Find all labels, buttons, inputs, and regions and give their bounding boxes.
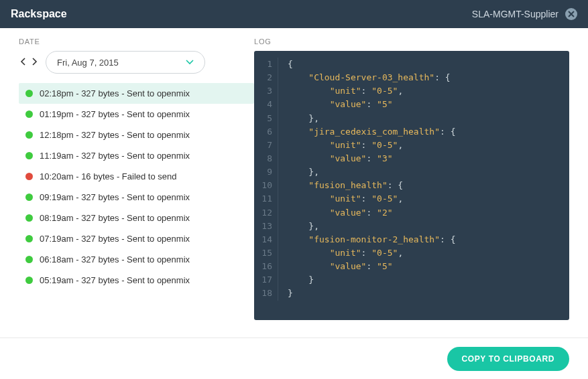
code-content: "unit": "0-5", [278, 246, 403, 260]
log-column-label: LOG [254, 37, 569, 46]
code-line: 6 "jira_cedexis_com_health": { [254, 125, 569, 139]
code-content: { [278, 58, 293, 71]
status-ok-icon [25, 256, 33, 263]
code-content: } [278, 273, 314, 287]
line-number: 4 [254, 98, 278, 111]
code-line: 9 }, [254, 165, 569, 179]
copy-to-clipboard-button[interactable]: COPY TO CLIPBOARD [447, 347, 569, 371]
status-ok-icon [25, 110, 33, 118]
log-item-text: 02:18pm - 327 bytes - Sent to openmix [40, 88, 190, 98]
context-label: SLA-MGMT-Supplier [472, 9, 558, 19]
page-title: Rackspace [11, 8, 67, 20]
code-line: 16 "value": "5" [254, 260, 569, 273]
status-ok-icon [25, 214, 33, 222]
list-item[interactable]: 05:19am - 327 bytes - Sent to openmix [19, 270, 254, 291]
status-ok-icon [25, 131, 33, 139]
log-item-text: 06:18am - 327 bytes - Sent to openmix [40, 254, 190, 264]
status-ok-icon [25, 194, 33, 201]
log-item-text: 09:19am - 327 bytes - Sent to openmix [40, 192, 190, 202]
line-number: 3 [254, 84, 278, 98]
code-content: "fusion-monitor-2_health": { [278, 233, 455, 246]
code-content: "value": "5" [278, 260, 393, 273]
list-item[interactable]: 11:19am - 327 bytes - Sent to openmix [19, 145, 254, 166]
status-ok-icon [25, 152, 33, 159]
code-content: "unit": "0-5", [278, 192, 403, 206]
date-column-label: DATE [19, 37, 254, 46]
code-content: "value": "5" [278, 98, 393, 111]
log-list: 02:18pm - 327 bytes - Sent to openmix01:… [19, 83, 254, 291]
date-nav-arrows [19, 56, 39, 70]
log-item-text: 01:19pm - 327 bytes - Sent to openmix [40, 109, 190, 119]
code-line: 17 } [254, 273, 569, 287]
line-number: 6 [254, 125, 278, 139]
list-item[interactable]: 08:19am - 327 bytes - Sent to openmix [19, 208, 254, 228]
line-number: 12 [254, 206, 278, 220]
line-number: 10 [254, 179, 278, 192]
log-item-text: 10:20am - 16 bytes - Failed to send [40, 171, 177, 181]
code-content: }, [278, 220, 319, 233]
chevron-down-icon [186, 58, 194, 67]
selected-date: Fri, Aug 7, 2015 [57, 58, 119, 68]
code-content: "fusion_health": { [278, 179, 403, 192]
log-item-text: 08:19am - 327 bytes - Sent to openmix [40, 213, 190, 223]
code-line: 10 "fusion_health": { [254, 179, 569, 192]
code-line: 7 "unit": "0-5", [254, 139, 569, 152]
code-line: 5 }, [254, 112, 569, 125]
code-content: "Cloud-Server-03_health": { [278, 71, 451, 84]
code-line: 14 "fusion-monitor-2_health": { [254, 233, 569, 246]
code-line: 1{ [254, 58, 569, 71]
code-content: "unit": "0-5", [278, 84, 403, 98]
list-item[interactable]: 06:18am - 327 bytes - Sent to openmix [19, 249, 254, 270]
line-number: 5 [254, 112, 278, 125]
code-line: 12 "value": "2" [254, 206, 569, 220]
line-number: 18 [254, 287, 278, 300]
line-number: 8 [254, 152, 278, 165]
list-item[interactable]: 07:19am - 327 bytes - Sent to openmix [19, 228, 254, 249]
line-number: 2 [254, 71, 278, 84]
code-line: 11 "unit": "0-5", [254, 192, 569, 206]
code-line: 18} [254, 287, 569, 300]
code-content: }, [278, 112, 319, 125]
code-line: 15 "unit": "0-5", [254, 246, 569, 260]
line-number: 9 [254, 165, 278, 179]
code-content: "jira_cedexis_com_health": { [278, 125, 455, 139]
code-line: 13 }, [254, 220, 569, 233]
log-item-text: 12:18pm - 327 bytes - Sent to openmix [40, 130, 190, 140]
date-navigator: Fri, Aug 7, 2015 [19, 51, 254, 74]
status-ok-icon [25, 235, 33, 242]
list-item[interactable]: 01:19pm - 327 bytes - Sent to openmix [19, 104, 254, 125]
next-date-icon[interactable] [30, 56, 39, 70]
code-line: 8 "value": "3" [254, 152, 569, 165]
line-number: 16 [254, 260, 278, 273]
line-number: 13 [254, 220, 278, 233]
line-number: 7 [254, 139, 278, 152]
line-number: 11 [254, 192, 278, 206]
list-item[interactable]: 09:19am - 327 bytes - Sent to openmix [19, 187, 254, 208]
line-number: 15 [254, 246, 278, 260]
code-content: } [278, 287, 293, 300]
code-line: 2 "Cloud-Server-03_health": { [254, 71, 569, 84]
column-labels: DATE LOG [0, 28, 588, 51]
header-right: SLA-MGMT-Supplier [472, 8, 577, 20]
list-item[interactable]: 02:18pm - 327 bytes - Sent to openmix [19, 83, 254, 104]
code-content: "unit": "0-5", [278, 139, 403, 152]
list-item[interactable]: 10:20am - 16 bytes - Failed to send [19, 166, 254, 187]
left-column: Fri, Aug 7, 2015 02:18pm - 327 bytes - S… [19, 51, 254, 320]
line-number: 14 [254, 233, 278, 246]
line-number: 1 [254, 58, 278, 71]
main-content: Fri, Aug 7, 2015 02:18pm - 327 bytes - S… [0, 51, 588, 320]
code-content: "value": "3" [278, 152, 393, 165]
status-fail-icon [25, 173, 33, 180]
footer: COPY TO CLIPBOARD [0, 337, 588, 379]
code-pane[interactable]: 1{2 "Cloud-Server-03_health": {3 "unit":… [254, 51, 569, 320]
log-item-text: 11:19am - 327 bytes - Sent to openmix [40, 151, 190, 161]
status-ok-icon [25, 90, 33, 97]
status-ok-icon [25, 277, 33, 284]
date-picker[interactable]: Fri, Aug 7, 2015 [46, 51, 205, 74]
header-bar: Rackspace SLA-MGMT-Supplier [0, 0, 588, 28]
close-icon[interactable] [565, 8, 577, 20]
list-item[interactable]: 12:18pm - 327 bytes - Sent to openmix [19, 125, 254, 145]
code-content: }, [278, 165, 319, 179]
prev-date-icon[interactable] [19, 56, 28, 70]
code-content: "value": "2" [278, 206, 393, 220]
